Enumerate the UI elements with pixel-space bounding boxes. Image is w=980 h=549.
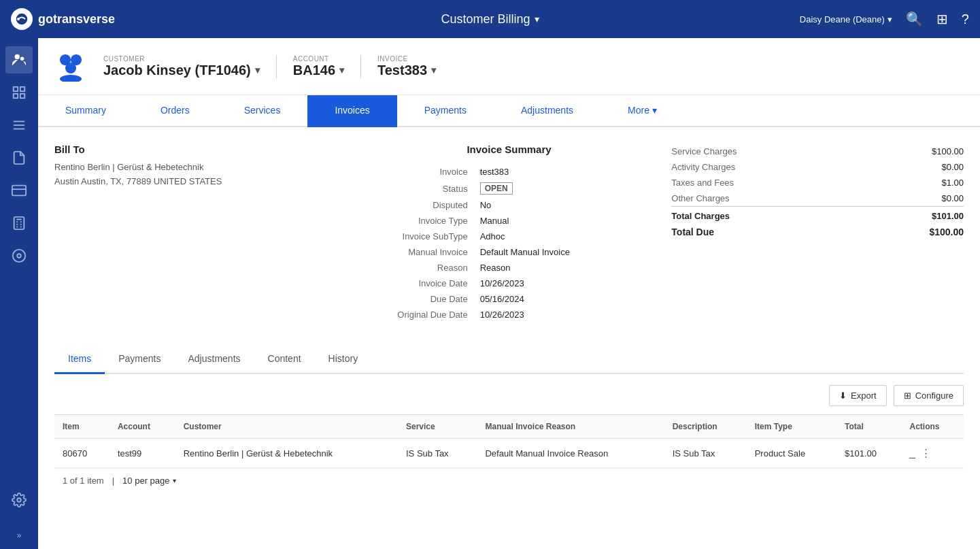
invoice-summary-table: Invoice test383 Status OPEN Disputed No: [363, 163, 656, 323]
header-info: CUSTOMER Jacob Kinsey (TF1046) ▾ ACCOUNT…: [103, 55, 452, 78]
help-icon[interactable]: ?: [962, 12, 969, 27]
invoice-value[interactable]: Test383 ▾: [377, 63, 436, 78]
sidebar-item-payment[interactable]: [5, 177, 33, 204]
invoice-date-label: Invoice Date: [365, 276, 473, 290]
account-value[interactable]: BA146 ▾: [293, 63, 344, 78]
user-menu[interactable]: Daisy Deane (Deane) ▾: [800, 14, 892, 24]
status-label: Status: [365, 180, 473, 197]
svg-point-2: [15, 54, 20, 59]
tab-invoices[interactable]: Invoices: [307, 95, 396, 127]
col-item-type: Item Type: [747, 415, 837, 439]
due-date-label: Due Date: [365, 292, 473, 306]
col-manual-invoice-reason: Manual Invoice Reason: [477, 415, 664, 439]
main-content: CUSTOMER Jacob Kinsey (TF1046) ▾ ACCOUNT…: [38, 38, 980, 549]
sidebar-item-document[interactable]: [5, 144, 33, 171]
customer-name: Jacob Kinsey (TF1046): [103, 63, 251, 78]
table-header-row: Item Account Customer Service Manual Inv…: [54, 415, 964, 439]
tab-adjustments[interactable]: Adjustments: [494, 95, 601, 127]
configure-label: Configure: [915, 390, 953, 401]
edit-action-icon[interactable]: ⎯: [909, 447, 915, 459]
customer-value[interactable]: Jacob Kinsey (TF1046) ▾: [103, 63, 260, 78]
row-actions: ⎯ ⋮: [901, 439, 964, 468]
row-customer: Rentino Berlin | Gerüst & Hebetechnik: [175, 439, 398, 468]
search-icon[interactable]: 🔍: [906, 11, 923, 27]
other-charges-value: $0.00: [863, 190, 964, 207]
row-manual-invoice-reason: Default Manual Invoice Reason: [477, 439, 664, 468]
other-charges-label: Other Charges: [671, 190, 862, 207]
table-row: Original Due Date 10/26/2023: [365, 307, 654, 322]
table-row: Invoice Type Manual: [365, 214, 654, 228]
invoice-dropdown-arrow[interactable]: ▾: [431, 65, 436, 76]
tab-summary[interactable]: Summary: [38, 95, 133, 127]
invoice-name: Test383: [377, 63, 427, 78]
sub-tab-items[interactable]: Items: [54, 345, 105, 374]
svg-rect-11: [12, 186, 26, 196]
activity-charges-value: $0.00: [863, 159, 964, 175]
export-button[interactable]: ⬇ Export: [829, 385, 887, 406]
svg-point-1: [17, 18, 20, 20]
sidebar-expand-button[interactable]: »: [5, 527, 33, 544]
svg-point-3: [20, 56, 24, 61]
reason-value: Reason: [475, 261, 654, 275]
svg-rect-5: [20, 87, 24, 91]
sub-tab-content[interactable]: Content: [254, 345, 315, 374]
configure-icon: ⊞: [904, 390, 911, 401]
user-name: Daisy Deane (Deane): [800, 14, 885, 24]
tab-orders[interactable]: Orders: [133, 95, 217, 127]
original-due-date-label: Original Due Date: [365, 307, 473, 322]
sidebar-item-settings[interactable]: [5, 486, 33, 514]
table-row: Reason Reason: [365, 261, 654, 275]
account-section: ACCOUNT BA146 ▾: [277, 55, 361, 78]
sidebar-item-customers[interactable]: [5, 46, 33, 73]
customer-section: CUSTOMER Jacob Kinsey (TF1046) ▾: [103, 55, 277, 78]
sub-tabs: Items Payments Adjustments Content Histo…: [54, 345, 964, 374]
sub-tab-payments[interactable]: Payments: [105, 345, 174, 374]
activity-charges-row: Activity Charges $0.00: [671, 159, 964, 175]
row-account: test99: [109, 439, 175, 468]
sidebar-item-orders[interactable]: [5, 79, 33, 106]
svg-rect-6: [14, 94, 18, 98]
top-navigation: gotransverse Customer Billing ▾ Daisy De…: [0, 0, 980, 38]
invoice-summary-heading: Invoice Summary: [363, 144, 656, 155]
sidebar-item-calculator[interactable]: [5, 210, 33, 237]
service-charges-label: Service Charges: [671, 144, 862, 159]
page-title-nav: Customer Billing ▾: [441, 12, 539, 27]
col-service: Service: [398, 415, 477, 439]
sub-tab-history[interactable]: History: [315, 345, 372, 374]
sidebar-item-list[interactable]: [5, 112, 33, 139]
table-row: Invoice test383: [365, 165, 654, 179]
total-charges-value: $101.00: [863, 207, 964, 224]
logo-icon: [11, 8, 33, 30]
tab-more[interactable]: More ▾: [601, 95, 684, 127]
grid-icon[interactable]: ⊞: [936, 11, 948, 27]
configure-button[interactable]: ⊞ Configure: [894, 385, 964, 406]
taxes-fees-value: $1.00: [863, 175, 964, 190]
tab-services[interactable]: Services: [217, 95, 308, 127]
table-row: Status OPEN: [365, 180, 654, 197]
per-page-select[interactable]: 10 per page ▾: [122, 476, 175, 486]
svg-rect-7: [20, 94, 24, 98]
row-description: IS Sub Tax: [664, 439, 747, 468]
page-title: Customer Billing: [441, 12, 530, 27]
customer-dropdown-arrow[interactable]: ▾: [255, 65, 260, 76]
invoice-type-label: Invoice Type: [365, 214, 473, 228]
app-logo[interactable]: gotransverse: [11, 8, 115, 30]
col-actions: Actions: [901, 415, 964, 439]
more-actions-icon[interactable]: ⋮: [921, 447, 931, 459]
table-row: Invoice Date 10/26/2023: [365, 276, 654, 290]
tab-payments[interactable]: Payments: [397, 95, 494, 127]
table-row: Due Date 05/16/2024: [365, 292, 654, 306]
page-title-arrow[interactable]: ▾: [535, 14, 539, 24]
pagination-separator: |: [112, 476, 114, 486]
col-account: Account: [109, 415, 175, 439]
disputed-label: Disputed: [365, 198, 473, 212]
sidebar-item-palette[interactable]: [5, 242, 33, 269]
row-item: 80670: [54, 439, 109, 468]
account-dropdown-arrow[interactable]: ▾: [339, 65, 344, 76]
customer-avatar: [54, 49, 87, 84]
sub-tab-adjustments[interactable]: Adjustments: [174, 345, 254, 374]
row-total: $101.00: [837, 439, 901, 468]
manual-invoice-label: Manual Invoice: [365, 245, 473, 259]
invoice-body: Bill To Rentino Berlin | Gerüst & Hebete…: [38, 127, 980, 509]
bill-to-line2: Austin Austin, TX, 77889 UNITED STATES: [54, 175, 347, 189]
